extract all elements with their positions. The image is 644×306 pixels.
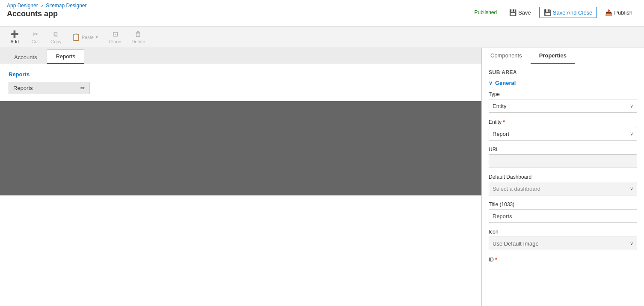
tab-reports[interactable]: Reports xyxy=(47,49,84,64)
cut-icon: ✂ xyxy=(33,30,38,38)
panel-tabs: Components Properties xyxy=(482,48,644,64)
reports-group: Reports Reports ✏ xyxy=(0,64,481,101)
paste-button: 📋 Paste ▼ xyxy=(68,31,103,43)
save-label: Save xyxy=(518,9,531,16)
icon-value: Use Default Image xyxy=(493,240,539,247)
copy-button: ⧉ Copy xyxy=(46,29,66,46)
tab-reports-label: Reports xyxy=(56,53,75,60)
app-title: Accounts app xyxy=(7,9,87,18)
top-bar-right: Published 💾 Save 💾 Save And Close 📤 Publ… xyxy=(474,3,637,18)
save-and-close-button[interactable]: 💾 Save And Close xyxy=(539,7,597,18)
published-badge: Published xyxy=(474,9,497,15)
breadcrumb: App Designer > Sitemap Designer xyxy=(7,3,87,9)
clone-button: ⊡ Clone xyxy=(105,28,126,46)
id-required-marker: * xyxy=(495,256,497,263)
entity-value: Report xyxy=(493,131,509,137)
toolbar: ➕ Add ✂ Cut ⧉ Copy 📋 Paste ▼ ⊡ Clone 🗑 D… xyxy=(0,27,644,48)
top-bar: App Designer > Sitemap Designer Accounts… xyxy=(0,0,644,27)
panel-section-title: SUB AREA xyxy=(489,69,637,75)
delete-button: 🗑 Delete xyxy=(128,29,150,46)
clone-label: Clone xyxy=(109,39,122,44)
add-label: Add xyxy=(10,39,19,44)
title-1033-input[interactable] xyxy=(489,209,637,223)
breadcrumb-sitemap-designer[interactable]: Sitemap Designer xyxy=(46,3,86,9)
entity-chevron-icon: ∨ xyxy=(630,131,633,137)
tab-properties-label: Properties xyxy=(539,52,567,59)
breadcrumb-app-designer[interactable]: App Designer xyxy=(7,3,38,9)
clone-icon: ⊡ xyxy=(113,30,118,38)
default-dashboard-select[interactable]: Select a dashboard ∨ xyxy=(489,182,637,195)
canvas-content: Reports Reports ✏ xyxy=(0,64,481,306)
top-bar-left: App Designer > Sitemap Designer Accounts… xyxy=(7,3,87,18)
icon-field-group: Icon Use Default Image ∨ xyxy=(489,229,637,250)
default-dashboard-label: Default Dashboard xyxy=(489,174,637,180)
add-icon: ➕ xyxy=(10,30,19,38)
default-dashboard-chevron-icon: ∨ xyxy=(630,186,633,192)
type-field-group: Type Entity ∨ xyxy=(489,91,637,113)
default-dashboard-placeholder: Select a dashboard xyxy=(493,186,540,192)
save-icon: 💾 xyxy=(509,9,516,16)
entity-field-group: Entity * Report ∨ xyxy=(489,119,637,141)
copy-icon: ⧉ xyxy=(53,30,58,38)
add-button[interactable]: ➕ Add xyxy=(5,28,24,46)
tab-components-label: Components xyxy=(490,52,522,59)
copy-label: Copy xyxy=(50,39,62,44)
tab-accounts[interactable]: Accounts xyxy=(5,50,46,64)
canvas-area: Accounts Reports Reports Reports ✏ xyxy=(0,48,481,306)
reports-sub-item[interactable]: Reports ✏ xyxy=(9,82,90,94)
cut-label: Cut xyxy=(31,39,39,44)
publish-button[interactable]: 📤 Publish xyxy=(600,7,637,18)
publish-label: Publish xyxy=(614,9,632,16)
icon-chevron-icon: ∨ xyxy=(630,241,633,246)
save-button[interactable]: 💾 Save xyxy=(505,7,536,18)
tab-properties[interactable]: Properties xyxy=(531,48,575,64)
url-input[interactable] xyxy=(489,154,637,168)
title-1033-label: Title (1033) xyxy=(489,201,637,207)
type-value: Entity xyxy=(493,103,507,109)
type-chevron-icon: ∨ xyxy=(630,103,633,109)
general-section-header[interactable]: ∨ General xyxy=(489,80,637,86)
general-chevron-icon: ∨ xyxy=(489,80,493,86)
paste-icon: 📋 xyxy=(72,33,80,41)
publish-icon: 📤 xyxy=(605,9,612,16)
edit-pencil-icon[interactable]: ✏ xyxy=(80,85,85,91)
url-field-group: URL xyxy=(489,147,637,168)
right-panel: Components Properties SUB AREA ∨ General… xyxy=(481,48,644,306)
main-layout: Accounts Reports Reports Reports ✏ Compo… xyxy=(0,48,644,306)
id-field-group: ID * xyxy=(489,256,637,263)
entity-label: Entity * xyxy=(489,119,637,125)
panel-content: SUB AREA ∨ General Type Entity ∨ Entity … xyxy=(482,64,644,306)
entity-select[interactable]: Report ∨ xyxy=(489,127,637,141)
save-and-close-icon: 💾 xyxy=(544,9,551,16)
paste-chevron-icon: ▼ xyxy=(95,35,99,39)
tab-components[interactable]: Components xyxy=(482,48,531,64)
type-select[interactable]: Entity ∨ xyxy=(489,99,637,113)
url-label: URL xyxy=(489,147,637,153)
entity-required-marker: * xyxy=(503,119,505,125)
tab-bar: Accounts Reports xyxy=(0,48,481,64)
canvas-bottom-area xyxy=(0,101,481,195)
default-dashboard-field-group: Default Dashboard Select a dashboard ∨ xyxy=(489,174,637,195)
delete-icon: 🗑 xyxy=(135,30,142,38)
general-section-label: General xyxy=(495,80,516,86)
save-and-close-label: Save And Close xyxy=(553,9,593,16)
cut-button: ✂ Cut xyxy=(26,28,45,46)
paste-label: Paste xyxy=(82,35,94,40)
type-label: Type xyxy=(489,91,637,97)
icon-label: Icon xyxy=(489,229,637,235)
icon-select[interactable]: Use Default Image ∨ xyxy=(489,237,637,250)
delete-label: Delete xyxy=(132,39,145,44)
id-label: ID * xyxy=(489,256,637,263)
reports-sub-item-label: Reports xyxy=(13,85,33,91)
reports-group-title[interactable]: Reports xyxy=(9,71,473,78)
breadcrumb-separator: > xyxy=(41,3,43,8)
title-1033-field-group: Title (1033) xyxy=(489,201,637,223)
tab-accounts-label: Accounts xyxy=(14,54,37,60)
